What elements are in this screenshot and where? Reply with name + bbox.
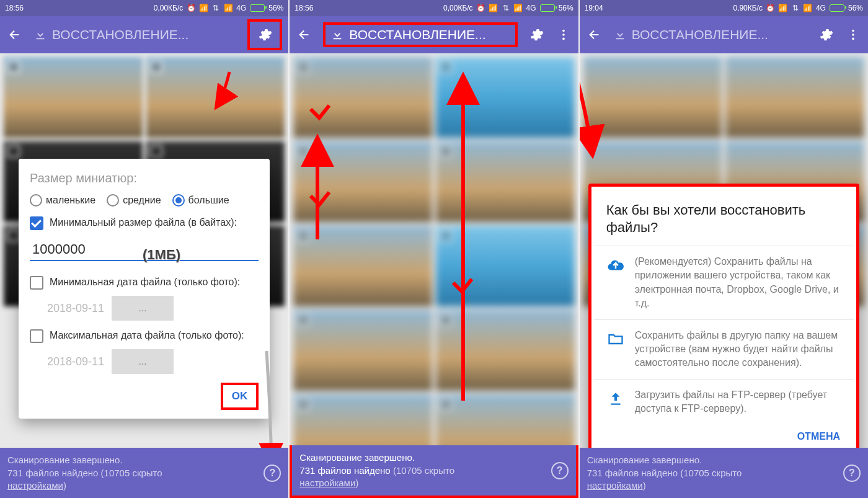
thumbnail[interactable] — [293, 226, 432, 306]
radio-medium[interactable]: средние — [107, 194, 161, 207]
svg-point-1 — [562, 33, 565, 36]
thumbnail[interactable] — [436, 141, 575, 222]
back-button[interactable] — [6, 26, 24, 43]
overflow-menu[interactable] — [844, 26, 862, 43]
thumbnail[interactable] — [293, 310, 432, 391]
ok-button[interactable]: OK — [221, 383, 259, 410]
app-bar: ВОССТАНОВЛЕНИЕ... — [580, 16, 868, 53]
overflow-menu[interactable] — [555, 26, 572, 43]
svg-point-2 — [562, 38, 565, 40]
settings-link[interactable]: настройками — [299, 478, 355, 488]
date-picker-button[interactable]: ... — [112, 296, 174, 321]
date-value: 2018-09-11 — [47, 302, 104, 315]
checkbox-min-size[interactable]: Минимальный размер файла (в байтах): — [30, 216, 259, 230]
battery-percent: 56% — [268, 4, 283, 12]
thumbnail[interactable] — [4, 57, 143, 138]
signal-icon: 📶 — [514, 4, 523, 12]
restore-dialog: Как бы вы хотели восстановить файлы? (Ре… — [588, 184, 859, 448]
checkbox-icon — [30, 216, 43, 230]
data-icon: ⇅ — [502, 4, 510, 12]
alarm-icon: ⏰ — [766, 4, 775, 12]
help-button[interactable]: ? — [551, 462, 569, 479]
app-title-wrap: ВОССТАНОВЛЕНИЕ... — [613, 27, 807, 42]
thumbnail[interactable] — [436, 310, 575, 391]
back-button[interactable] — [296, 26, 313, 43]
min-date-row: 2018-09-11 ... — [47, 296, 259, 321]
signal-icon: 📶 — [224, 4, 232, 12]
option-cloud[interactable]: (Рекомендуется) Сохранить файлы на прило… — [594, 246, 854, 319]
checkbox[interactable] — [7, 145, 20, 158]
wifi-icon: 📶 — [489, 4, 498, 12]
status-hidden: (10705 скрыто — [391, 465, 454, 476]
checkbox[interactable] — [150, 145, 162, 158]
settings-dialog: Размер миниатюр: маленькие средние больш… — [19, 159, 270, 419]
option-text: (Рекомендуется) Сохранить файлы на прило… — [635, 255, 841, 311]
status-hidden: (10705 скрыто — [98, 468, 162, 478]
checkbox[interactable] — [150, 61, 162, 73]
option-folder[interactable]: Сохранить файлы в другую папку на вашем … — [594, 319, 854, 379]
checkbox[interactable] — [7, 61, 20, 73]
clock: 19:04 — [585, 4, 603, 12]
thumbnail[interactable] — [146, 57, 285, 138]
app-title: ВОССТАНОВЛЕНИЕ... — [52, 27, 188, 42]
status-bar: 18:56 0,00КБ/с ⏰ 📶 ⇅ 📶 4G 56% — [290, 0, 578, 16]
thumbnail[interactable] — [293, 141, 432, 222]
checkbox-max-date[interactable]: Максимальная дата файла (только фото): — [30, 329, 259, 343]
date-picker-button[interactable]: ... — [112, 349, 174, 374]
thumbnail[interactable] — [293, 394, 432, 445]
alarm-icon: ⏰ — [477, 4, 485, 12]
settings-link[interactable]: настройками — [7, 480, 63, 491]
status-found: 731 файлов найдено — [7, 468, 98, 478]
alarm-icon: ⏰ — [187, 4, 195, 12]
radio-small[interactable]: маленькие — [30, 194, 95, 207]
data-icon: ⇅ — [211, 4, 220, 12]
thumbnail[interactable] — [436, 394, 575, 445]
status-found: 731 файлов найдено — [587, 468, 678, 478]
app-title-wrap[interactable]: ВОССТАНОВЛЕНИЕ... — [323, 22, 517, 47]
thumbnail[interactable] — [436, 57, 575, 138]
settings-button[interactable] — [528, 26, 545, 43]
dialog-title: Как бы вы хотели восстановить файлы? — [594, 202, 854, 246]
content-area — [290, 53, 578, 445]
cancel-button[interactable]: ОТМЕНА — [594, 425, 854, 446]
mb-annotation: (1МБ) — [143, 247, 180, 263]
checkbox-icon — [30, 276, 43, 290]
date-value: 2018-09-11 — [47, 355, 104, 368]
option-text: Загрузить файлы на FTP-сервер (требует д… — [635, 388, 841, 416]
thumbnail[interactable] — [583, 57, 722, 138]
status-hidden: (10705 скрыто — [678, 468, 742, 478]
status-line1: Сканирование завершено. — [587, 455, 702, 465]
help-button[interactable]: ? — [264, 465, 281, 482]
network-label: 4G — [236, 4, 246, 12]
svg-point-0 — [562, 30, 565, 32]
status-bar: 19:04 0,90КБ/с ⏰ 📶 ⇅ 📶 4G 56% — [580, 0, 868, 16]
clock: 18:56 — [294, 4, 313, 12]
option-ftp[interactable]: Загрузить файлы на FTP-сервер (требует д… — [594, 379, 854, 425]
settings-button[interactable] — [817, 26, 835, 43]
option-text: Сохранить файлы в другую папку на вашем … — [635, 329, 841, 370]
settings-link[interactable]: настройками — [587, 480, 643, 491]
status-found: 731 файлов найдено — [299, 465, 390, 476]
screenshot-1: 18:56 0,00КБ/с ⏰ 📶 ⇅ 📶 4G 56% ВОССТАНОВЛ… — [0, 0, 288, 498]
network-label: 4G — [526, 4, 536, 12]
status-bar: 18:56 0,00КБ/с ⏰ 📶 ⇅ 📶 4G 56% — [0, 0, 288, 16]
battery-icon — [830, 4, 844, 12]
data-icon: ⇅ — [791, 4, 800, 12]
folder-icon — [606, 330, 625, 349]
checkbox[interactable] — [7, 229, 20, 242]
back-button[interactable] — [586, 26, 603, 43]
thumbnail[interactable] — [293, 57, 432, 138]
signal-icon: 📶 — [804, 4, 812, 12]
radio-large[interactable]: большие — [172, 194, 229, 207]
checkbox-min-date[interactable]: Минимальная дата файла (только фото): — [30, 276, 259, 290]
help-button[interactable]: ? — [843, 465, 861, 482]
status-line1: Сканирование завершено. — [7, 455, 123, 465]
screenshot-2: 18:56 0,00КБ/с ⏰ 📶 ⇅ 📶 4G 56% ВОССТАНОВЛ… — [290, 0, 578, 498]
dialog-heading: Размер миниатюр: — [30, 171, 259, 185]
scan-status-bar: Сканирование завершено. 731 файлов найде… — [0, 448, 288, 498]
thumbnail[interactable] — [725, 57, 864, 138]
content-area: Как бы вы хотели восстановить файлы? (Ре… — [580, 53, 868, 448]
thumbnail[interactable] — [436, 226, 575, 306]
settings-button[interactable] — [247, 19, 282, 50]
download-icon — [330, 28, 344, 42]
